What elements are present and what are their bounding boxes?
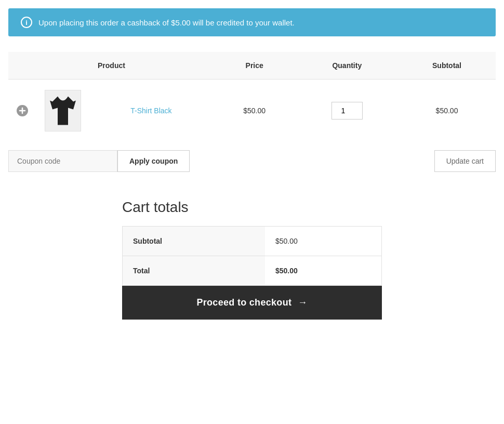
cart-table-header-row: Product Price Quantity Subtotal bbox=[8, 52, 496, 80]
cart-totals-section: Cart totals Subtotal $50.00 Total $50.00… bbox=[8, 199, 496, 320]
coupon-input[interactable] bbox=[8, 150, 117, 172]
remove-item-button[interactable] bbox=[17, 105, 28, 116]
totals-total-row: Total $50.00 bbox=[123, 256, 382, 286]
product-name-cell: T-Shirt Black bbox=[89, 80, 213, 142]
cart-section: Product Price Quantity Subtotal bbox=[8, 52, 496, 178]
totals-subtotal-row: Subtotal $50.00 bbox=[123, 227, 382, 256]
apply-coupon-button[interactable]: Apply coupon bbox=[117, 150, 190, 172]
checkout-btn-wrapper: Proceed to checkout → bbox=[122, 286, 382, 320]
price-header: Price bbox=[213, 52, 296, 80]
cart-table: Product Price Quantity Subtotal bbox=[8, 52, 496, 142]
product-image bbox=[50, 95, 76, 126]
quantity-header: Quantity bbox=[296, 52, 398, 80]
remove-cell bbox=[8, 80, 36, 142]
subtotal-cell: $50.00 bbox=[398, 80, 496, 142]
quantity-input[interactable] bbox=[331, 102, 363, 120]
product-link[interactable]: T-Shirt Black bbox=[130, 107, 171, 115]
remove-header bbox=[8, 52, 36, 80]
checkout-arrow: → bbox=[298, 297, 307, 308]
info-icon: i bbox=[21, 17, 32, 28]
quantity-cell bbox=[296, 80, 398, 142]
cart-totals-inner: Cart totals Subtotal $50.00 Total $50.00 bbox=[122, 199, 382, 286]
totals-table: Subtotal $50.00 Total $50.00 bbox=[122, 226, 382, 286]
coupon-left: Apply coupon bbox=[8, 150, 190, 172]
product-header: Product bbox=[89, 52, 213, 80]
cart-totals-title: Cart totals bbox=[122, 199, 382, 216]
subtotal-label: Subtotal bbox=[123, 227, 265, 256]
product-image-wrapper bbox=[45, 90, 81, 131]
coupon-row: Apply coupon Update cart bbox=[8, 144, 496, 178]
subtotal-header: Subtotal bbox=[398, 52, 496, 80]
cashback-banner: i Upon placing this order a cashback of … bbox=[8, 8, 496, 36]
total-value: $50.00 bbox=[265, 256, 382, 286]
proceed-to-checkout-button[interactable]: Proceed to checkout → bbox=[122, 286, 382, 320]
price-cell: $50.00 bbox=[213, 80, 296, 142]
table-row: T-Shirt Black $50.00 $50.00 bbox=[8, 80, 496, 142]
product-image-cell bbox=[36, 80, 89, 142]
checkout-label: Proceed to checkout bbox=[196, 297, 291, 308]
image-header bbox=[36, 52, 89, 80]
update-cart-button[interactable]: Update cart bbox=[434, 150, 496, 172]
cashback-text: Upon placing this order a cashback of $5… bbox=[38, 18, 295, 27]
subtotal-value: $50.00 bbox=[265, 227, 382, 256]
total-label: Total bbox=[123, 256, 265, 286]
